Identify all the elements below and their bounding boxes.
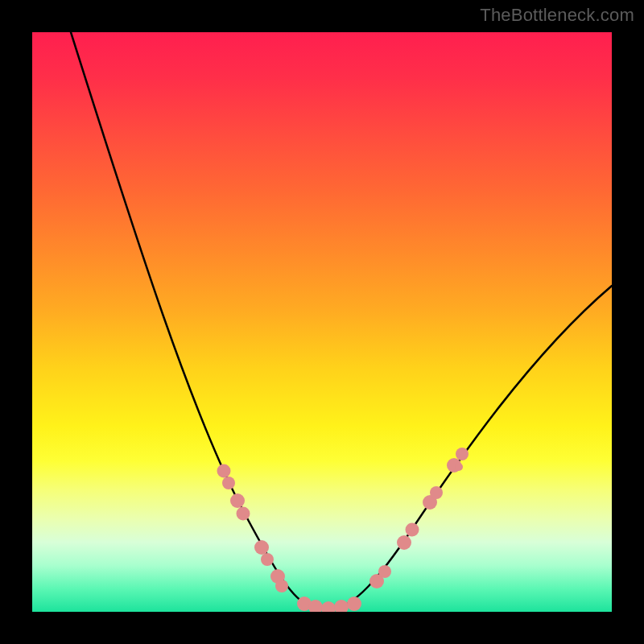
curve-marker bbox=[456, 448, 469, 460]
curve-marker bbox=[406, 523, 419, 537]
curve-marker bbox=[237, 507, 250, 521]
curve-marker bbox=[397, 535, 411, 550]
curve-layer bbox=[32, 32, 612, 612]
curve-marker bbox=[430, 486, 443, 499]
curve-marker bbox=[230, 493, 245, 508]
curve-marker bbox=[217, 464, 231, 478]
curve-marker bbox=[378, 565, 391, 578]
curve-marker bbox=[261, 553, 274, 566]
watermark-text: TheBottleneck.com bbox=[480, 5, 634, 26]
curve-marker bbox=[222, 477, 235, 489]
curve-marker bbox=[334, 600, 349, 612]
chart-root: TheBottleneck.com bbox=[0, 0, 644, 644]
curve-marker bbox=[254, 540, 269, 555]
plot-area bbox=[32, 32, 612, 612]
markers-group bbox=[217, 448, 469, 612]
curve-marker bbox=[321, 601, 336, 612]
curve-marker bbox=[347, 597, 361, 611]
curve-marker bbox=[275, 580, 288, 592]
bottleneck-curve-path bbox=[71, 32, 612, 609]
curve-marker bbox=[455, 463, 463, 471]
